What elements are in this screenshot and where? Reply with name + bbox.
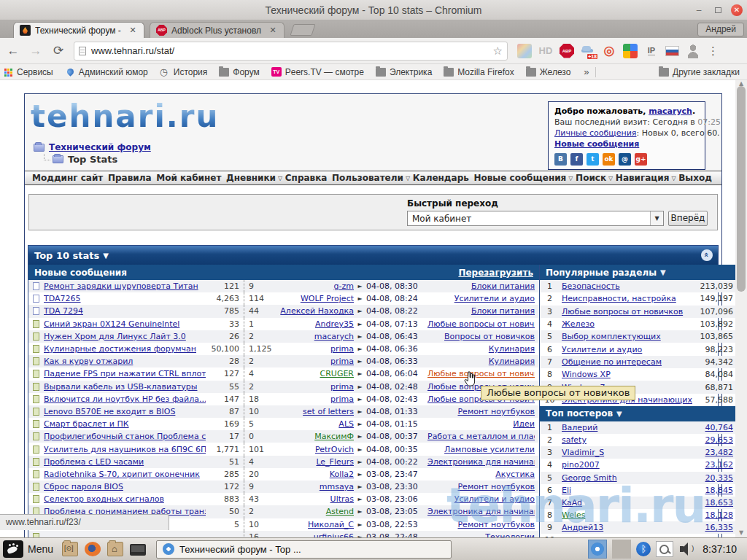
- reload-button[interactable]: ⟳: [49, 42, 68, 61]
- goto-last-post-icon[interactable]: ►: [354, 471, 366, 478]
- other-bookmarks-button[interactable]: Другие закладки: [659, 67, 740, 77]
- last-poster-link[interactable]: Алексей Находка: [272, 306, 354, 316]
- thread-title-link[interactable]: Radiotehnika S-70, хрипит оконечник: [44, 470, 206, 479]
- active-window-task-button[interactable]: Технический форум - Top ...: [156, 540, 452, 559]
- last-poster-link[interactable]: PetrOvich: [272, 445, 354, 454]
- taskbar-menu-button[interactable]: Menu: [3, 540, 53, 558]
- tab-close-icon[interactable]: ✕: [128, 26, 138, 35]
- poster-link[interactable]: safety: [555, 435, 692, 445]
- magnifier-tray-icon[interactable]: [656, 541, 673, 557]
- home-folder-launcher-icon[interactable]: [107, 542, 123, 556]
- last-poster-link[interactable]: urfinjus66: [272, 532, 354, 537]
- social-icon[interactable]: @: [619, 153, 631, 166]
- goto-last-post-icon[interactable]: ►: [354, 421, 366, 427]
- last-poster-link[interactable]: ALS: [272, 419, 354, 429]
- profile-chip[interactable]: Андрей: [697, 23, 744, 36]
- thread-section-link[interactable]: Кулинария: [427, 357, 535, 366]
- browser-menu-icon[interactable]: ⋮: [708, 44, 719, 58]
- close-button[interactable]: ✕: [731, 4, 743, 16]
- extension-icon[interactable]: IP: [644, 44, 659, 58]
- extension-icon[interactable]: [665, 46, 679, 56]
- private-messages-link[interactable]: Личные сообщения: [554, 128, 636, 138]
- thread-section-link[interactable]: Идеи: [427, 419, 535, 429]
- section-link[interactable]: Любые вопросы от новичков: [555, 307, 692, 316]
- bluetooth-icon[interactable]: ᛒ: [636, 542, 651, 556]
- section-link[interactable]: Windows XP: [555, 370, 692, 379]
- goto-last-post-icon[interactable]: ►: [354, 370, 366, 377]
- poster-count-link[interactable]: 23,482: [692, 448, 733, 457]
- forum-nav-item[interactable]: Мой кабинет: [156, 173, 223, 183]
- goto-last-post-icon[interactable]: ►: [354, 521, 366, 528]
- thread-title-link[interactable]: Нужен Хром для Линукс Лайт 3.0: [44, 332, 206, 341]
- chromium-tray-button[interactable]: [588, 540, 607, 559]
- poster-link[interactable]: Валерий: [555, 423, 692, 432]
- thread-title-link[interactable]: Проблема с LED часами: [44, 457, 206, 467]
- section-link[interactable]: Безопасность: [555, 281, 692, 291]
- bookmark-item[interactable]: TV Peers.TV — смотре: [271, 67, 364, 77]
- poster-count-link[interactable]: 29,653: [692, 435, 733, 445]
- goto-last-post-icon[interactable]: ►: [354, 459, 366, 465]
- last-poster-link[interactable]: Astend: [272, 507, 354, 516]
- last-poster-link[interactable]: Le_Fleurs: [272, 457, 354, 467]
- poster-count-link[interactable]: 40,764: [692, 423, 733, 432]
- bookmark-item[interactable]: История: [160, 67, 208, 77]
- section-link[interactable]: Неисправности, настройка: [555, 294, 692, 303]
- thread-section-link[interactable]: Ламповые усилители: [427, 445, 535, 454]
- bookmark-item[interactable]: Железо: [526, 67, 571, 77]
- last-poster-link[interactable]: macarych: [272, 332, 354, 341]
- scrollbar-thumb[interactable]: [737, 86, 746, 292]
- section-link[interactable]: Общение по интересам: [555, 357, 692, 367]
- last-poster-link[interactable]: Ultras: [272, 494, 354, 504]
- forum-nav-item[interactable]: Новые сообщения ▽: [473, 173, 573, 183]
- goto-last-post-icon[interactable]: ►: [354, 321, 366, 327]
- forum-nav-item[interactable]: Календарь: [413, 173, 471, 183]
- social-icon[interactable]: t: [587, 153, 599, 166]
- thread-title-link[interactable]: Селектор входных сигналов: [44, 494, 206, 504]
- last-poster-link[interactable]: МаксимФ: [272, 432, 354, 441]
- url-text[interactable]: www.tehnari.ru/stat/: [91, 45, 493, 56]
- thread-title-link[interactable]: Усилитель для наушников на 6П9С 6П6С и..…: [44, 445, 206, 454]
- thread-title-link[interactable]: Как я курву отжарил: [44, 357, 206, 366]
- screenshot-launcher-icon[interactable]: [62, 542, 78, 556]
- bookmark-item[interactable]: Форум: [219, 67, 259, 77]
- thread-title-link[interactable]: Сброс пароля BIOS: [44, 482, 206, 491]
- bookmark-star-icon[interactable]: ☆: [493, 44, 503, 58]
- thread-section-link[interactable]: Кулинария: [427, 344, 535, 354]
- restore-button[interactable]: [715, 7, 721, 13]
- quick-jump-select[interactable]: Мой кабинет ▼: [407, 211, 664, 226]
- last-poster-link[interactable]: Николай_С: [272, 520, 354, 529]
- social-icon[interactable]: B: [554, 153, 567, 166]
- thread-title-link[interactable]: Включится ли ноутбук HP без файла...: [44, 394, 206, 404]
- social-icon[interactable]: g+: [635, 153, 647, 166]
- thread-title-link[interactable]: Синий экран 0X124 GenuineIntel: [44, 319, 206, 329]
- last-poster-link[interactable]: prima: [272, 394, 354, 404]
- thread-title-link[interactable]: Кулинарные достижения форумчан: [44, 344, 206, 354]
- thread-title-link[interactable]: Профилегибочный станок Проблема стыковки: [44, 432, 206, 441]
- bookmark-item[interactable]: Админский юмор: [65, 67, 148, 77]
- poster-link[interactable]: pino2007: [555, 460, 692, 470]
- breadcrumb-forum-link[interactable]: Технический форум: [49, 142, 151, 152]
- last-poster-link[interactable]: set of letters: [272, 407, 354, 416]
- goto-last-post-icon[interactable]: ►: [354, 346, 366, 352]
- forum-nav-item[interactable]: Навигация ▽: [616, 173, 676, 183]
- extension-icon[interactable]: +18: [581, 44, 595, 58]
- tab-tehnari[interactable]: Технический форум - ✕: [13, 22, 144, 38]
- thread-section-link[interactable]: Усилители и аудио: [427, 294, 535, 303]
- forum-nav-item[interactable]: Правила: [108, 173, 154, 183]
- last-poster-link[interactable]: CRUGER: [272, 369, 354, 378]
- site-logo[interactable]: tehnari.ru: [31, 98, 219, 134]
- forum-nav-item[interactable]: Справка: [285, 173, 330, 183]
- last-poster-link[interactable]: prima: [272, 357, 354, 366]
- bookmark-item[interactable]: Электрика: [376, 67, 432, 77]
- forum-nav-item[interactable]: Пользователи ▽: [332, 173, 410, 183]
- page-scrollbar[interactable]: ▲ ▼: [735, 80, 747, 537]
- extension-icon[interactable]: [686, 44, 700, 58]
- last-poster-link[interactable]: g-zm: [272, 281, 354, 291]
- thread-section-link[interactable]: Любые вопросы от новичков: [427, 369, 535, 378]
- goto-last-post-icon[interactable]: ►: [354, 384, 366, 390]
- reload-link[interactable]: Перезагрузить: [458, 268, 533, 278]
- goto-last-post-icon[interactable]: ►: [354, 308, 366, 314]
- forum-nav-item[interactable]: Выход: [678, 173, 714, 183]
- collapse-arrow-icon[interactable]: ▼: [616, 410, 622, 418]
- tab-adblock[interactable]: ABP Adblock Plus установл ✕: [150, 22, 285, 38]
